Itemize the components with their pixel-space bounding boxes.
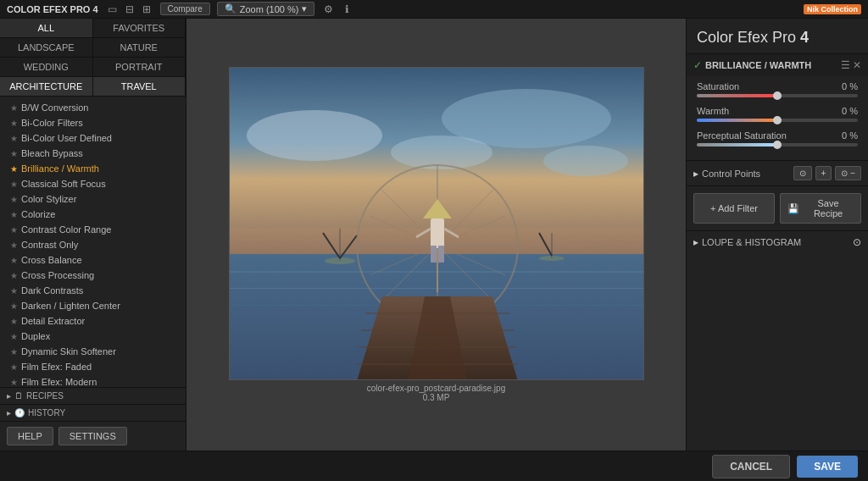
control-points-title: Control Points bbox=[702, 169, 790, 179]
star-icon: ★ bbox=[10, 225, 18, 235]
saturation-track[interactable] bbox=[697, 94, 858, 97]
filter-item-contrast-only[interactable]: ★ Contrast Only bbox=[0, 237, 186, 252]
filter-section-header[interactable]: ✓ BRILLIANCE / WARMTH ☰ ✕ bbox=[687, 54, 868, 76]
filter-item[interactable]: ★ Dark Contrasts bbox=[0, 283, 186, 298]
filter-item[interactable]: ★ Darken / Lighten Center bbox=[0, 298, 186, 313]
filter-item[interactable]: ★ Classical Soft Focus bbox=[0, 176, 186, 191]
svg-point-3 bbox=[391, 135, 492, 169]
save-recipe-label: Save Recipe bbox=[803, 198, 854, 218]
star-icon: ★ bbox=[10, 149, 18, 158]
filter-item-brilliance-warmth[interactable]: ★ Brilliance / Warmth bbox=[0, 161, 186, 176]
tab-all[interactable]: ALL bbox=[0, 19, 93, 38]
perceptual-thumb[interactable] bbox=[773, 141, 782, 149]
filter-item[interactable]: ★ Detail Extractor bbox=[0, 313, 186, 329]
filter-section-title: BRILLIANCE / WARMTH bbox=[705, 60, 837, 70]
star-icon: ★ bbox=[10, 271, 18, 280]
filter-item[interactable]: ★ Film Efex: Faded bbox=[0, 359, 186, 374]
filter-item[interactable]: ★ Bleach Bypass bbox=[0, 146, 186, 161]
filter-item[interactable]: ★ Bi-Color Filters bbox=[0, 115, 186, 130]
info-icon[interactable]: ℹ bbox=[342, 3, 352, 16]
main-image bbox=[229, 67, 644, 380]
tab-wedding[interactable]: WEDDING bbox=[0, 58, 93, 77]
warmth-slider-row: Warmth 0 % bbox=[697, 106, 858, 122]
star-icon: ★ bbox=[10, 256, 18, 265]
filter-item[interactable]: ★ Cross Balance bbox=[0, 252, 186, 268]
compare-button[interactable]: Compare bbox=[160, 3, 210, 15]
filter-item[interactable]: ★ Colorize bbox=[0, 207, 186, 222]
star-icon: ★ bbox=[10, 103, 18, 113]
filter-item[interactable]: ★ Cross Processing bbox=[0, 268, 186, 283]
star-icon: ★ bbox=[10, 119, 18, 128]
save-recipe-icon: 💾 bbox=[787, 203, 799, 214]
right-panel: Color Efex Pro 4 ✓ BRILLIANCE / WARMTH ☰… bbox=[686, 19, 868, 451]
settings-icon[interactable]: ⚙ bbox=[321, 3, 336, 16]
settings-button[interactable]: SETTINGS bbox=[58, 427, 127, 445]
filter-item[interactable]: ★ Duplex bbox=[0, 329, 186, 344]
save-button[interactable]: SAVE bbox=[797, 456, 858, 478]
help-button[interactable]: HELP bbox=[7, 427, 53, 445]
saturation-slider-row: Saturation 0 % bbox=[697, 81, 858, 97]
split-view-icon[interactable]: ⊟ bbox=[123, 3, 136, 16]
control-point-target-btn[interactable]: ⊙ bbox=[793, 166, 812, 180]
filter-item[interactable]: ★ Bi-Color User Defined bbox=[0, 130, 186, 146]
control-point-add-btn[interactable]: + bbox=[815, 166, 832, 180]
control-point-remove-btn[interactable]: ⊙ − bbox=[835, 166, 861, 180]
star-icon: ★ bbox=[10, 378, 18, 387]
save-recipe-button[interactable]: 💾 Save Recipe bbox=[780, 193, 861, 224]
grid-view-icon[interactable]: ⊞ bbox=[140, 3, 153, 16]
filter-list: ★ B/W Conversion ★ Bi-Color Filters ★ Bi… bbox=[0, 97, 186, 387]
tab-travel[interactable]: TRAVEL bbox=[93, 77, 186, 97]
star-icon: ★ bbox=[10, 210, 18, 219]
enabled-checkmark[interactable]: ✓ bbox=[693, 59, 702, 71]
loupe-icon: ⊙ bbox=[853, 236, 861, 248]
warmth-fill bbox=[697, 119, 777, 122]
warmth-thumb[interactable] bbox=[773, 116, 782, 124]
tab-landscape[interactable]: LANDSCAPE bbox=[0, 38, 93, 58]
loupe-arrow: ▸ bbox=[693, 236, 698, 248]
slider-group: Saturation 0 % Warmth 0 % bbox=[687, 76, 868, 160]
filter-item[interactable]: ★ B/W Conversion bbox=[0, 100, 186, 115]
perceptual-fill bbox=[697, 143, 777, 147]
zoom-icon: 🔍 bbox=[225, 3, 236, 14]
filter-item[interactable]: ★ Film Efex: Modern bbox=[0, 374, 186, 387]
section-menu-icon[interactable]: ☰ bbox=[841, 59, 850, 71]
image-filename: color-efex-pro_postcard-paradise.jpg bbox=[367, 384, 505, 393]
add-filter-button[interactable]: + Add Filter bbox=[693, 193, 775, 224]
recipes-section[interactable]: ▸ 🗒 RECIPES bbox=[0, 387, 186, 404]
control-points-arrow[interactable]: ▸ bbox=[693, 168, 698, 180]
saturation-thumb[interactable] bbox=[773, 91, 782, 100]
zoom-control[interactable]: 🔍 Zoom (100 %) ▾ bbox=[217, 2, 315, 16]
tab-nature[interactable]: NATURE bbox=[93, 38, 186, 58]
tab-favorites[interactable]: FAVORITES bbox=[93, 19, 186, 38]
main-layout: ALL FAVORITES LANDSCAPE NATURE WEDDING P… bbox=[0, 19, 868, 451]
filter-item[interactable]: ★ Dynamic Skin Softener bbox=[0, 344, 186, 359]
history-label: HISTORY bbox=[28, 408, 65, 417]
tab-portrait[interactable]: PORTRAIT bbox=[93, 58, 186, 77]
section-controls: ☰ ✕ bbox=[841, 59, 861, 71]
center-panel: color-efex-pro_postcard-paradise.jpg 0.3… bbox=[186, 19, 686, 451]
perceptual-slider-row: Perceptual Saturation 0 % bbox=[697, 130, 858, 147]
image-container: color-efex-pro_postcard-paradise.jpg 0.3… bbox=[229, 67, 644, 402]
view-icons: ▭ ⊟ ⊞ bbox=[105, 3, 153, 16]
filter-item[interactable]: ★ Contrast Color Range bbox=[0, 222, 186, 237]
filter-item[interactable]: ★ Color Stylizer bbox=[0, 191, 186, 207]
section-close-icon[interactable]: ✕ bbox=[853, 59, 861, 71]
cancel-button[interactable]: CANCEL bbox=[712, 455, 790, 478]
left-bottom-buttons: HELP SETTINGS bbox=[0, 421, 186, 451]
brilliance-warmth-section: ✓ BRILLIANCE / WARMTH ☰ ✕ Saturation 0 % bbox=[687, 54, 868, 161]
star-icon: ★ bbox=[10, 347, 18, 357]
perceptual-track[interactable] bbox=[697, 143, 858, 147]
image-info: color-efex-pro_postcard-paradise.jpg 0.3… bbox=[367, 384, 505, 402]
image-svg bbox=[230, 68, 644, 380]
star-icon: ★ bbox=[10, 362, 18, 372]
svg-rect-25 bbox=[431, 246, 437, 263]
star-icon: ★ bbox=[10, 134, 18, 143]
history-section[interactable]: ▸ 🕐 HISTORY bbox=[0, 404, 186, 421]
tab-architecture[interactable]: ARCHITECTURE bbox=[0, 77, 93, 97]
star-icon: ★ bbox=[10, 332, 18, 341]
svg-rect-24 bbox=[431, 218, 444, 248]
single-view-icon[interactable]: ▭ bbox=[105, 3, 120, 16]
loupe-section[interactable]: ▸ LOUPE & HISTOGRAM ⊙ bbox=[687, 231, 868, 253]
warmth-track[interactable] bbox=[697, 119, 858, 122]
star-icon: ★ bbox=[10, 164, 18, 174]
